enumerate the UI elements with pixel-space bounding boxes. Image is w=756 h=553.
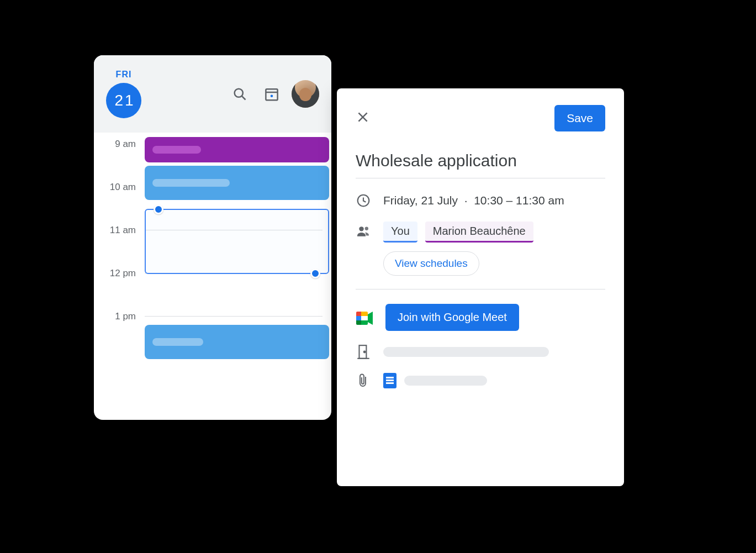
- svg-point-0: [235, 89, 243, 97]
- attendee-chip-you[interactable]: You: [383, 222, 417, 243]
- svg-point-8: [359, 227, 363, 231]
- calendar-header: FRI 21: [94, 55, 331, 133]
- room-placeholder[interactable]: [383, 347, 549, 357]
- event-title-placeholder: [152, 146, 201, 154]
- search-icon[interactable]: [228, 82, 252, 106]
- attachment-icon: [356, 373, 371, 388]
- event-detail-card: Save Wholesale application Friday, 21 Ju…: [337, 88, 624, 486]
- today-icon[interactable]: [260, 82, 284, 106]
- svg-rect-2: [266, 89, 277, 100]
- join-google-meet-button[interactable]: Join with Google Meet: [385, 304, 519, 331]
- event-title-placeholder: [152, 179, 230, 187]
- event-time-range: 10:30 – 11:30 am: [474, 194, 564, 207]
- event-time-row[interactable]: Friday, 21 July · 10:30 – 11:30 am: [356, 193, 605, 208]
- event-block[interactable]: [145, 166, 329, 200]
- event-date: Friday, 21 July: [383, 194, 458, 207]
- day-number: 21: [106, 83, 141, 118]
- view-schedules-button[interactable]: View schedules: [383, 251, 479, 276]
- time-label: 11 am: [94, 225, 142, 236]
- calendar-day-card: FRI 21 9 am 10 am 11 am: [94, 55, 331, 420]
- avatar[interactable]: [292, 80, 319, 108]
- event-block[interactable]: [145, 137, 329, 162]
- svg-point-4: [271, 95, 273, 98]
- date-chip[interactable]: FRI 21: [106, 70, 141, 118]
- clock-icon: [356, 193, 371, 208]
- attendee-chip-guest[interactable]: Marion Beauchêne: [425, 222, 533, 243]
- event-block[interactable]: [145, 325, 329, 359]
- time-label: 12 pm: [94, 268, 142, 279]
- drag-handle-bottom[interactable]: [310, 268, 320, 278]
- svg-point-9: [365, 227, 368, 230]
- room-icon: [356, 344, 371, 360]
- svg-line-1: [242, 96, 245, 99]
- time-label: 10 am: [94, 182, 142, 193]
- save-button[interactable]: Save: [554, 105, 605, 131]
- event-selection[interactable]: [145, 209, 329, 274]
- time-label: 9 am: [94, 139, 142, 150]
- drag-handle-top[interactable]: [154, 204, 163, 214]
- event-title-input[interactable]: Wholesale application: [356, 151, 605, 178]
- svg-point-12: [364, 351, 366, 353]
- attachment-placeholder[interactable]: [404, 376, 487, 386]
- people-icon: [356, 224, 371, 239]
- google-meet-icon: [356, 310, 373, 325]
- weekday-label: FRI: [116, 70, 132, 80]
- docs-icon[interactable]: [383, 373, 396, 388]
- calendar-grid[interactable]: 9 am 10 am 11 am 12 pm 1 pm: [94, 133, 331, 403]
- close-icon[interactable]: [356, 110, 370, 127]
- time-label: 1 pm: [94, 311, 142, 322]
- event-title-placeholder: [152, 338, 203, 346]
- divider: [356, 289, 605, 289]
